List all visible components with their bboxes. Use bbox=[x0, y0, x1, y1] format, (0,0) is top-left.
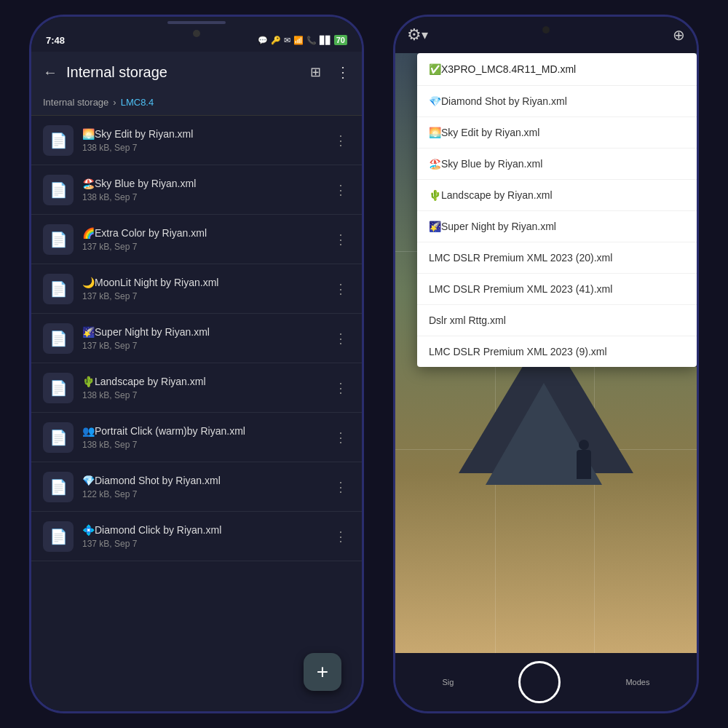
file-icon: 📄 bbox=[50, 429, 68, 446]
file-icon: 📄 bbox=[50, 528, 68, 545]
camera-bottom-bar: Sig Modes bbox=[395, 653, 697, 711]
file-more-icon[interactable]: ⋮ bbox=[331, 476, 350, 498]
sig-label[interactable]: Sig bbox=[443, 678, 454, 687]
notch-bar bbox=[31, 17, 362, 25]
breadcrumb-root[interactable]: Internal storage bbox=[43, 97, 108, 108]
vpn-icon: 🔑 bbox=[271, 36, 281, 45]
list-item[interactable]: 📄 🌠Super Night by Riyan.xml 137 kB, Sep … bbox=[31, 314, 362, 363]
front-camera-right bbox=[542, 26, 550, 33]
file-meta: 138 kB, Sep 7 bbox=[82, 143, 323, 153]
wifi-icon: 📶 bbox=[293, 36, 304, 45]
file-icon-box: 📄 bbox=[43, 472, 74, 502]
file-info: 💎Diamond Shot by Riyan.xml 122 kB, Sep 7 bbox=[82, 474, 323, 499]
file-info: 🌅Sky Edit by Riyan.xml 138 kB, Sep 7 bbox=[82, 127, 323, 152]
list-item[interactable]: 📄 👥Portrait Click (warm)by Riyan.xml 138… bbox=[31, 413, 362, 462]
page-title: Internal storage bbox=[66, 64, 301, 81]
msg-icon: 💬 bbox=[258, 36, 268, 45]
mail-icon: ✉ bbox=[284, 36, 290, 45]
file-more-icon[interactable]: ⋮ bbox=[331, 427, 350, 448]
shutter-button[interactable] bbox=[518, 661, 561, 703]
dropdown-item-3[interactable]: 🌵Landscape by Riyan.xml bbox=[417, 180, 697, 211]
file-name: 🌈Extra Color by Riyan.xml bbox=[82, 226, 323, 240]
back-button[interactable]: ← bbox=[43, 64, 58, 81]
battery-badge: 70 bbox=[334, 35, 347, 45]
list-item[interactable]: 📄 🏖️Sky Blue by Riyan.xml 138 kB, Sep 7 … bbox=[31, 165, 362, 215]
file-info: 💠Diamond Click by Riyan.xml 137 kB, Sep … bbox=[82, 523, 323, 548]
file-more-icon[interactable]: ⋮ bbox=[331, 328, 350, 349]
grid-view-icon[interactable]: ⊞ bbox=[310, 64, 321, 80]
file-icon: 📄 bbox=[50, 132, 68, 149]
list-item[interactable]: 📄 💎Diamond Shot by Riyan.xml 122 kB, Sep… bbox=[31, 462, 362, 512]
list-item[interactable]: 📄 💠Diamond Click by Riyan.xml 137 kB, Se… bbox=[31, 512, 362, 561]
file-more-icon[interactable]: ⋮ bbox=[331, 229, 350, 250]
file-name: 💎Diamond Shot by Riyan.xml bbox=[82, 474, 323, 487]
right-phone: ⚙ ▾ ⊕ AUTOISO Auto11:11 bbox=[393, 15, 699, 713]
file-meta: 137 kB, Sep 7 bbox=[82, 539, 323, 549]
dropdown-item-0[interactable]: 💎Diamond Shot by Riyan.xml bbox=[417, 86, 697, 117]
file-more-icon[interactable]: ⋮ bbox=[331, 278, 350, 300]
file-icon-box: 📄 bbox=[43, 521, 74, 552]
file-icon: 📄 bbox=[50, 181, 68, 199]
status-icons: 💬 🔑 ✉ 📶 📞 ▊▊ 70 bbox=[258, 35, 347, 45]
file-info: 🏖️Sky Blue by Riyan.xml 138 kB, Sep 7 bbox=[82, 177, 323, 202]
more-options-icon[interactable]: ⋮ bbox=[336, 63, 350, 81]
signal-icon: ▊▊ bbox=[320, 36, 331, 45]
file-icon-box: 📄 bbox=[43, 274, 74, 304]
list-item[interactable]: 📄 🌵Landscape by Riyan.xml 138 kB, Sep 7 … bbox=[31, 363, 362, 413]
fab-add-button[interactable]: + bbox=[304, 653, 341, 691]
file-icon-box: 📄 bbox=[43, 422, 74, 453]
dropdown-item-4[interactable]: 🌠Super Night by Riyan.xml bbox=[417, 211, 697, 242]
camera-viewfinder: AUTOISO Auto11:11 ✅X3PRO_LMC8.4R11_MD.xm… bbox=[395, 53, 697, 653]
dropdown-item-8[interactable]: LMC DSLR Premium XML 2023 (9).xml bbox=[417, 336, 697, 367]
list-item[interactable]: 📄 🌈Extra Color by Riyan.xml 137 kB, Sep … bbox=[31, 215, 362, 264]
file-meta: 138 kB, Sep 7 bbox=[82, 440, 323, 450]
list-item[interactable]: 📄 🌙MoonLit Night by Riyan.xml 137 kB, Se… bbox=[31, 264, 362, 314]
front-camera bbox=[193, 30, 200, 37]
breadcrumb: Internal storage › LMC8.4 bbox=[31, 92, 362, 115]
breadcrumb-separator: › bbox=[113, 97, 116, 108]
file-more-icon[interactable]: ⋮ bbox=[331, 130, 350, 151]
file-meta: 137 kB, Sep 7 bbox=[82, 341, 323, 351]
file-name: 💠Diamond Click by Riyan.xml bbox=[82, 523, 323, 537]
modes-label[interactable]: Modes bbox=[625, 678, 649, 687]
file-icon-box: 📄 bbox=[43, 125, 74, 156]
dropdown-item-6[interactable]: LMC DSLR Premium XML 2023 (41).xml bbox=[417, 274, 697, 305]
file-meta: 137 kB, Sep 7 bbox=[82, 242, 323, 252]
dropdown-header[interactable]: ✅X3PRO_LMC8.4R11_MD.xml bbox=[417, 53, 697, 86]
file-info: 🌙MoonLit Night by Riyan.xml 137 kB, Sep … bbox=[82, 276, 323, 301]
file-icon-box: 📄 bbox=[43, 323, 74, 354]
dropdown-item-7[interactable]: Dslr xml Rttg.xml bbox=[417, 305, 697, 336]
list-item[interactable]: 📄 🌅Sky Edit by Riyan.xml 138 kB, Sep 7 ⋮ bbox=[31, 116, 362, 165]
status-bar-right bbox=[395, 17, 697, 40]
file-info: 🌈Extra Color by Riyan.xml 137 kB, Sep 7 bbox=[82, 226, 323, 251]
file-info: 🌠Super Night by Riyan.xml 137 kB, Sep 7 bbox=[82, 325, 323, 350]
file-info: 🌵Landscape by Riyan.xml 138 kB, Sep 7 bbox=[82, 375, 323, 400]
status-time: 7:48 bbox=[46, 35, 65, 46]
file-meta: 122 kB, Sep 7 bbox=[82, 489, 323, 499]
file-more-icon[interactable]: ⋮ bbox=[331, 377, 350, 399]
breadcrumb-current[interactable]: LMC8.4 bbox=[121, 97, 154, 108]
file-info: 👥Portrait Click (warm)by Riyan.xml 138 k… bbox=[82, 424, 323, 449]
file-name: 👥Portrait Click (warm)by Riyan.xml bbox=[82, 424, 323, 438]
dropdown-item-2[interactable]: 🏖️Sky Blue by Riyan.xml bbox=[417, 149, 697, 180]
left-phone: 7:48 💬 🔑 ✉ 📶 📞 ▊▊ 70 ← Internal storage … bbox=[29, 15, 364, 713]
dropdown-item-5[interactable]: LMC DSLR Premium XML 2023 (20).xml bbox=[417, 242, 697, 274]
file-meta: 138 kB, Sep 7 bbox=[82, 390, 323, 400]
file-icon-box: 📄 bbox=[43, 373, 74, 403]
file-icon-box: 📄 bbox=[43, 224, 74, 255]
file-name: 🌙MoonLit Night by Riyan.xml bbox=[82, 276, 323, 289]
file-name: 🌵Landscape by Riyan.xml bbox=[82, 375, 323, 388]
dropdown-item-1[interactable]: 🌅Sky Edit by Riyan.xml bbox=[417, 117, 697, 149]
file-more-icon[interactable]: ⋮ bbox=[331, 179, 350, 201]
file-list: 📄 🌅Sky Edit by Riyan.xml 138 kB, Sep 7 ⋮… bbox=[31, 116, 362, 711]
file-more-icon[interactable]: ⋮ bbox=[331, 526, 350, 547]
file-name: 🌠Super Night by Riyan.xml bbox=[82, 325, 323, 339]
person-silhouette bbox=[577, 450, 591, 479]
preset-dropdown: ✅X3PRO_LMC8.4R11_MD.xml 💎Diamond Shot by… bbox=[417, 53, 697, 367]
file-icon: 📄 bbox=[50, 478, 68, 496]
file-name: 🌅Sky Edit by Riyan.xml bbox=[82, 127, 323, 141]
file-name: 🏖️Sky Blue by Riyan.xml bbox=[82, 177, 323, 190]
file-icon: 📄 bbox=[50, 280, 68, 298]
file-icon: 📄 bbox=[50, 231, 68, 248]
file-icon: 📄 bbox=[50, 379, 68, 397]
